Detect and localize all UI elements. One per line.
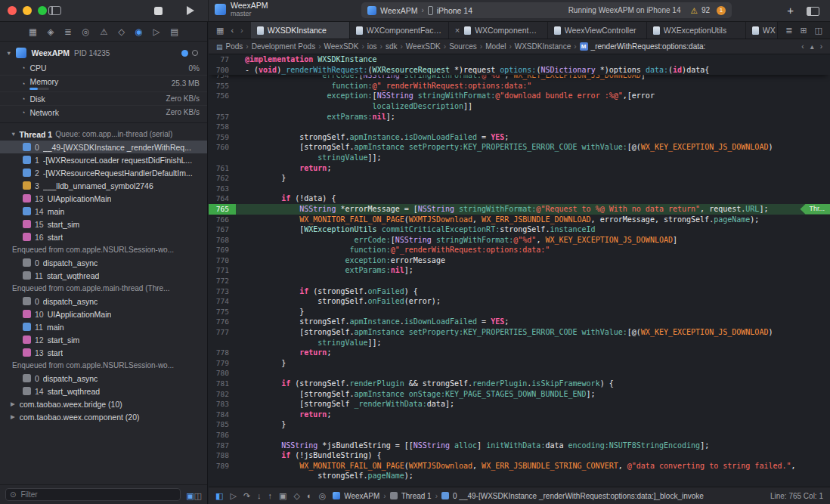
- source-control-navigator-icon[interactable]: ◈: [48, 26, 54, 37]
- line-number[interactable]: 775: [209, 307, 236, 317]
- test-navigator-icon[interactable]: ◇: [118, 26, 125, 37]
- go-forward-icon[interactable]: ›: [240, 26, 243, 35]
- code-text[interactable]: [236, 430, 245, 441]
- find-navigator-icon[interactable]: ◎: [82, 26, 89, 37]
- code-text[interactable]: [strongSelf.apmInstance setProperty:KEY_…: [236, 327, 773, 338]
- code-text[interactable]: if (!jsBundleString) {: [236, 450, 382, 461]
- focus-editor-icon[interactable]: ◫: [815, 26, 822, 36]
- gauge-row-disk[interactable]: ◔DiskZero KB/s: [0, 91, 207, 105]
- activity-view[interactable]: WeexAPM › iPhone 14 Running WeexAPM on i…: [361, 2, 732, 18]
- stack-frame-row[interactable]: 3___lldb_unnamed_symbol2746: [0, 179, 207, 192]
- filter-input[interactable]: [19, 490, 176, 499]
- line-number[interactable]: 760: [209, 142, 236, 153]
- disclosure-triangle-icon[interactable]: ▶: [11, 413, 15, 420]
- code-text[interactable]: NSString *errorMessage = [NSString strin…: [236, 204, 768, 215]
- code-text[interactable]: if (strongSelf.onFailed) {: [236, 286, 418, 297]
- environment-overrides-icon[interactable]: ◐: [307, 491, 312, 500]
- line-number[interactable]: 778: [209, 348, 236, 358]
- breadcrumb-item[interactable]: WeexSDK: [406, 42, 441, 51]
- symbol-navigator-icon[interactable]: ≣: [64, 26, 72, 37]
- related-items-up-icon[interactable]: ▴: [810, 42, 814, 51]
- warning-icon[interactable]: ⚠: [690, 6, 697, 15]
- continue-execution-icon[interactable]: ▷: [230, 491, 236, 501]
- code-text[interactable]: strongSelf.apmInstance.isDownLoadFailed …: [236, 132, 509, 143]
- line-number[interactable]: 759: [209, 132, 236, 143]
- line-number[interactable]: 770: [209, 255, 236, 266]
- code-text[interactable]: localizedDescription]]: [236, 101, 472, 112]
- scheme-name[interactable]: WeexAPM: [380, 6, 417, 15]
- breadcrumb-item[interactable]: ios: [367, 42, 377, 51]
- code-text[interactable]: extParams:nil];: [236, 265, 413, 276]
- line-number[interactable]: 773: [209, 286, 236, 297]
- toggle-navigator-icon[interactable]: [48, 6, 61, 15]
- simulate-location-icon[interactable]: ◎: [319, 491, 327, 501]
- stack-frame-row[interactable]: 10UIApplicationMain: [0, 308, 207, 320]
- stack-frame-row[interactable]: 2-[WXResourceRequestHandlerDefaultIm...: [0, 166, 207, 179]
- line-number[interactable]: 777: [209, 327, 236, 338]
- line-number[interactable]: 772: [209, 276, 236, 286]
- stack-frame-row[interactable]: 11start_wqthread: [0, 269, 207, 282]
- stack-frame-row[interactable]: 0dispatch_async: [0, 256, 207, 269]
- runtime-issue-badge[interactable]: 1: [717, 6, 726, 15]
- code-text[interactable]: strongSelf.apmInstance.isDownLoadFailed …: [236, 317, 509, 327]
- code-text[interactable]: [strongSelf _renderWithData:data];: [236, 399, 454, 410]
- go-back-icon[interactable]: ‹: [231, 26, 234, 35]
- debug-crumb-label[interactable]: Thread 1: [401, 492, 432, 500]
- gauge-row-network[interactable]: ◔NetworkZero KB/s: [0, 105, 207, 119]
- breadcrumb-item[interactable]: WXSDKInstance: [515, 42, 571, 51]
- view-hierarchy-icon[interactable]: ▣: [279, 491, 286, 501]
- pause-indicator-icon[interactable]: [192, 50, 198, 56]
- stack-frame-row[interactable]: 12start_sim: [0, 333, 207, 346]
- enqueued-section-row[interactable]: Enqueued from com.apple.NSURLSession-wo.…: [0, 243, 207, 256]
- tab-WX[interactable]: WX: [746, 22, 777, 39]
- code-text[interactable]: function:@"_renderWithRequest:options:da…: [236, 81, 531, 91]
- code-text[interactable]: exception:[NSString stringWithFormat:@"d…: [236, 91, 655, 101]
- step-over-icon[interactable]: ↷: [243, 491, 250, 501]
- code-text[interactable]: @implementation WXSDKInstance: [236, 54, 377, 65]
- breadcrumb-item[interactable]: WeexSDK: [324, 42, 359, 51]
- step-out-icon[interactable]: ↑: [268, 491, 273, 500]
- line-number[interactable]: 784: [209, 410, 236, 420]
- editor-layout-icon[interactable]: [807, 7, 819, 16]
- line-number[interactable]: 782: [209, 389, 236, 400]
- disclosure-triangle-icon[interactable]: ▼: [11, 131, 16, 138]
- add-tab-button[interactable]: +: [787, 4, 794, 17]
- code-text[interactable]: [236, 368, 245, 379]
- line-number[interactable]: 776: [209, 317, 236, 327]
- debug-crumb-label[interactable]: WeexAPM: [344, 492, 379, 500]
- line-number[interactable]: 700: [209, 65, 236, 76]
- code-text[interactable]: WX_MONITOR_FAIL_ON_PAGE(WXMTJSDownload, …: [236, 215, 759, 225]
- line-number[interactable]: 756: [209, 91, 236, 101]
- gauge-row-memory[interactable]: ◔Memory25.3 MB: [0, 75, 207, 91]
- code-text[interactable]: stringValue]];: [236, 153, 382, 163]
- code-text[interactable]: [WXExceptionUtils commitCriticalExceptio…: [236, 224, 596, 235]
- tab-WXComponentManager[interactable]: ×WXComponentManager: [449, 22, 548, 39]
- debug-crumb-label[interactable]: 0 __49-[WXSDKInstance _renderWithRequest…: [453, 492, 704, 500]
- tab-WXComponentFactory[interactable]: WXComponentFactory: [350, 22, 449, 39]
- close-tab-icon[interactable]: ×: [455, 26, 460, 35]
- breadcrumb-item[interactable]: sdk: [386, 42, 398, 51]
- thread-header-row[interactable]: ▼Thread 1Queue: com.app...in-thread (ser…: [0, 128, 207, 141]
- stack-frame-row[interactable]: 1-[WXResourceLoader requestDidFinishL...: [0, 153, 207, 166]
- line-number[interactable]: 789: [209, 461, 236, 472]
- breadcrumb-item[interactable]: Model: [485, 42, 506, 51]
- stack-frame-row[interactable]: 0dispatch_async: [0, 372, 207, 385]
- code-text[interactable]: if (!data) {: [236, 193, 336, 204]
- close-window-button[interactable]: [8, 6, 17, 15]
- code-text[interactable]: function:@"_renderWithRequest:options:da…: [236, 245, 550, 255]
- line-number[interactable]: 762: [209, 173, 236, 184]
- code-text[interactable]: }: [236, 358, 286, 369]
- debug-navigator-icon[interactable]: ◉: [135, 26, 143, 37]
- code-text[interactable]: }: [236, 173, 286, 184]
- line-number[interactable]: 761: [209, 163, 236, 174]
- run-button[interactable]: [187, 6, 194, 15]
- breadcrumb-item[interactable]: Sources: [449, 42, 477, 51]
- add-editor-icon[interactable]: ⊞: [800, 26, 807, 36]
- flat-frames-toggle-icon[interactable]: ▣: [186, 491, 194, 500]
- issue-navigator-icon[interactable]: ⚠: [100, 26, 107, 37]
- step-into-icon[interactable]: ↓: [257, 491, 262, 500]
- line-number[interactable]: 787: [209, 441, 236, 451]
- code-text[interactable]: return;: [236, 348, 331, 358]
- breadcrumb-item[interactable]: Development Pods: [252, 42, 316, 51]
- line-number[interactable]: 755: [209, 81, 236, 91]
